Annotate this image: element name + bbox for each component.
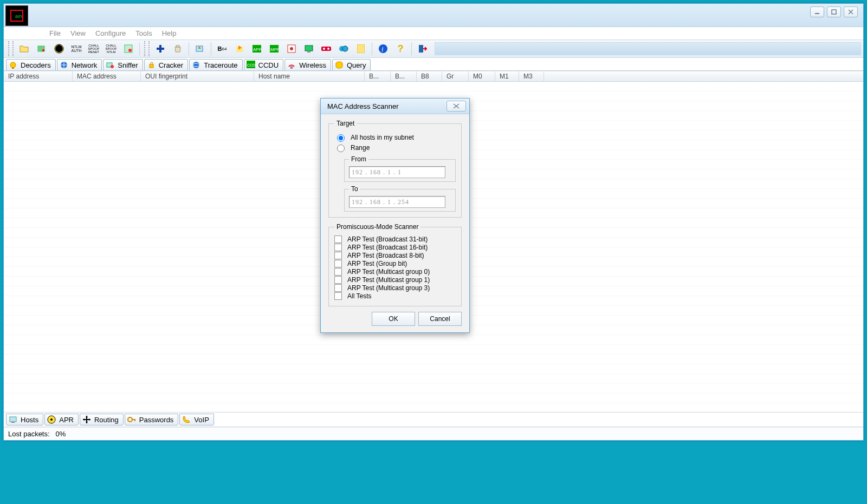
arp-test-checkbox[interactable]: ARP Test (Broadcast 16-bit) [334, 244, 456, 251]
dialog-close-button[interactable] [447, 101, 466, 112]
mac-token1-icon[interactable]: APR [251, 43, 263, 55]
tab-traceroute[interactable]: Traceroute [189, 59, 242, 70]
arp-reply-icon[interactable] [234, 43, 245, 55]
column-header[interactable]: IP address [4, 71, 73, 81]
column-header[interactable]: MAC address [73, 71, 141, 81]
radio-all-hosts-input[interactable] [337, 134, 345, 142]
arp-test-checkbox[interactable]: ARP Test (Multicast group 3) [334, 284, 456, 292]
radio-range-input[interactable] [337, 145, 345, 152]
btab-label: VoIP [194, 416, 209, 424]
btab-routing[interactable]: Routing [80, 414, 124, 426]
tab-label: Decoders [21, 61, 51, 69]
column-header[interactable]: M0 [469, 71, 495, 81]
ip-from-input[interactable]: 192 . 168 . 1 . 1 [349, 166, 445, 178]
maximize-button[interactable] [827, 6, 841, 17]
menu-file[interactable]: File [49, 29, 61, 37]
info-icon[interactable]: i [377, 43, 389, 55]
tab-sniffer[interactable]: Sniffer [103, 59, 143, 70]
close-button[interactable] [844, 6, 858, 17]
checkbox-icon[interactable] [334, 284, 342, 292]
menu-view[interactable]: View [70, 29, 86, 37]
svg-rect-33 [419, 45, 423, 53]
tab-query[interactable]: Query [332, 59, 371, 70]
exit-icon[interactable] [417, 43, 429, 55]
radiation-icon[interactable] [53, 43, 65, 55]
checkbox-icon[interactable] [334, 244, 342, 251]
arp-test-checkbox[interactable]: ARP Test (Multicast group 0) [334, 268, 456, 276]
column-header[interactable]: B8 [417, 71, 442, 81]
radio-all-hosts[interactable]: All hosts in my subnet [334, 133, 456, 142]
checkbox-icon[interactable] [334, 260, 342, 267]
svg-rect-44 [290, 67, 293, 69]
ip-to-input[interactable]: 192 . 168 . 1 . 254 [349, 196, 445, 208]
note-icon[interactable] [355, 43, 367, 55]
tab-wireless[interactable]: Wireless [284, 59, 331, 70]
column-header[interactable]: Gr [442, 71, 469, 81]
column-header[interactable]: M3 [519, 71, 544, 81]
checkbox-icon[interactable] [334, 292, 342, 300]
folder-open-icon[interactable] [18, 43, 30, 55]
svg-point-7 [42, 49, 44, 51]
svg-text:CCDU: CCDU [247, 63, 255, 67]
svg-rect-48 [10, 417, 16, 422]
tab-label: Query [347, 61, 366, 69]
device-icon[interactable] [36, 43, 48, 55]
checkbox-icon[interactable] [334, 235, 342, 243]
from-legend: From [349, 155, 368, 163]
btab-passwords[interactable]: Passwords [125, 414, 179, 426]
menu-configure[interactable]: Configure [95, 29, 126, 37]
arp-test-checkbox[interactable]: ARP Test (Broadcast 8-bit) [334, 252, 456, 259]
monitor-icon[interactable] [303, 43, 315, 55]
trash-icon[interactable] [172, 43, 184, 55]
checkbox-icon[interactable] [334, 268, 342, 276]
mac-token2-icon[interactable]: MPR [268, 43, 280, 55]
btab-apr[interactable]: APR [44, 414, 79, 426]
b64-icon[interactable]: B64 [216, 43, 228, 55]
column-header[interactable]: M1 [495, 71, 519, 81]
add-icon[interactable] [154, 43, 166, 55]
arp-test-checkbox[interactable]: ARP Test (Multicast group 1) [334, 276, 456, 284]
column-header[interactable]: B... [391, 71, 417, 81]
titlebar: aın [4, 4, 863, 27]
export-icon[interactable] [194, 43, 206, 55]
btab-voip[interactable]: VoIP [179, 414, 213, 426]
column-header[interactable]: B... [365, 71, 391, 81]
certificate-icon[interactable] [122, 43, 134, 55]
minimize-button[interactable] [810, 6, 824, 17]
btab-hosts[interactable]: Hosts [6, 414, 43, 426]
tab-network[interactable]: Network [57, 59, 102, 70]
svg-point-27 [327, 48, 329, 50]
chall-spoof-ntlm-icon[interactable]: CHALLSPOOFNTLM [105, 43, 117, 55]
svg-point-51 [50, 418, 53, 421]
tape-icon[interactable] [320, 43, 332, 55]
checkbox-label: ARP Test (Broadcast 31-bit) [347, 235, 428, 243]
svg-rect-39 [150, 64, 153, 68]
tab-label: Network [72, 61, 98, 69]
checkbox-label: ARP Test (Multicast group 1) [347, 276, 430, 284]
svg-rect-14 [176, 45, 179, 47]
menu-tools[interactable]: Tools [135, 29, 152, 37]
help-icon[interactable]: ? [394, 43, 406, 55]
ntlm-auth-icon[interactable]: NTLMAUTH [70, 43, 82, 55]
cancel-button[interactable]: Cancel [418, 312, 462, 326]
dialog-titlebar: MAC Address Scanner [321, 99, 469, 114]
checkbox-icon[interactable] [334, 276, 342, 284]
checkbox-icon[interactable] [334, 252, 342, 259]
tab-cracker[interactable]: Cracker [144, 59, 189, 70]
app-icon: aın [5, 5, 28, 26]
radio-range[interactable]: Range [334, 143, 456, 152]
ok-button[interactable]: OK [372, 312, 415, 326]
network-globe-icon[interactable] [338, 43, 350, 55]
mac-scanner-dialog: MAC Address Scanner Target All hosts in … [320, 98, 470, 333]
menu-help[interactable]: Help [162, 29, 177, 37]
arp-test-checkbox[interactable]: ARP Test (Group bit) [334, 260, 456, 267]
arp-test-checkbox[interactable]: All Tests [334, 292, 456, 300]
tab-ccdu[interactable]: CCDU CCDU [244, 59, 284, 70]
arp-test-checkbox[interactable]: ARP Test (Broadcast 31-bit) [334, 235, 456, 243]
column-header[interactable]: OUI fingerprint [141, 71, 254, 81]
chall-spoof-reset-icon[interactable]: CHALLSPOOFRESET [88, 43, 100, 55]
svg-rect-30 [357, 44, 365, 53]
tab-decoders[interactable]: Decoders [6, 59, 56, 70]
rsa-cert-icon[interactable] [286, 43, 297, 55]
column-header[interactable]: Host name [254, 71, 365, 81]
